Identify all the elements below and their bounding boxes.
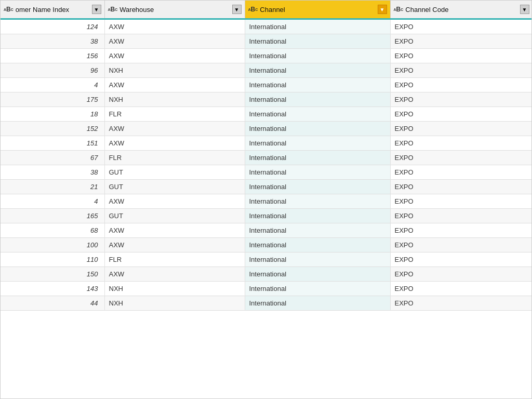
cell-index: 44 <box>1 296 104 311</box>
table-row: 67FLRInternationalEXPO <box>1 151 532 165</box>
cell-channel: International <box>245 122 390 136</box>
cell-channel: International <box>245 34 390 49</box>
table-row: 38AXWInternationalEXPO <box>1 34 532 49</box>
col-header-channel[interactable]: ABC Channel ▼ <box>245 1 390 19</box>
cell-channel: International <box>245 63 390 78</box>
cell-warehouse: NXH <box>104 296 245 311</box>
cell-index: 38 <box>1 165 104 180</box>
abc-icon-channel-code: ABC <box>394 6 404 13</box>
cell-channel-code: EXPO <box>390 180 532 194</box>
cell-channel-code: EXPO <box>390 107 532 122</box>
col-dropdown-warehouse[interactable]: ▼ <box>232 5 242 14</box>
cell-index: 18 <box>1 107 104 122</box>
cell-channel: International <box>245 282 390 296</box>
cell-channel-code: EXPO <box>390 194 532 209</box>
cell-index: 156 <box>1 49 104 63</box>
table-row: 152AXWInternationalEXPO <box>1 122 532 136</box>
cell-channel-code: EXPO <box>390 34 532 49</box>
cell-warehouse: NXH <box>104 282 245 296</box>
cell-warehouse: AXW <box>104 267 245 282</box>
cell-channel-code: EXPO <box>390 122 532 136</box>
table-header-row: ABC omer Name Index ▼ ABC Warehouse ▼ <box>1 1 532 19</box>
table-row: 4AXWInternationalEXPO <box>1 78 532 92</box>
cell-warehouse: NXH <box>104 92 245 107</box>
abc-icon-channel: ABC <box>248 6 258 13</box>
cell-channel-code: EXPO <box>390 165 532 180</box>
cell-channel: International <box>245 209 390 223</box>
col-header-warehouse[interactable]: ABC Warehouse ▼ <box>104 1 245 19</box>
cell-warehouse: AXW <box>104 122 245 136</box>
cell-warehouse: AXW <box>104 194 245 209</box>
cell-channel: International <box>245 296 390 311</box>
cell-warehouse: FLR <box>104 107 245 122</box>
cell-channel: International <box>245 180 390 194</box>
cell-index: 38 <box>1 34 104 49</box>
cell-warehouse: AXW <box>104 49 245 63</box>
cell-channel: International <box>245 238 390 252</box>
cell-channel-code: EXPO <box>390 78 532 92</box>
table-row: 21GUTInternationalEXPO <box>1 180 532 194</box>
cell-channel: International <box>245 19 390 34</box>
cell-channel: International <box>245 49 390 63</box>
table-row: 4AXWInternationalEXPO <box>1 194 532 209</box>
cell-channel-code: EXPO <box>390 49 532 63</box>
cell-index: 143 <box>1 282 104 296</box>
cell-warehouse: GUT <box>104 180 245 194</box>
cell-index: 151 <box>1 136 104 151</box>
table-row: 151AXWInternationalEXPO <box>1 136 532 151</box>
col-label-channel-code: Channel Code <box>405 6 448 14</box>
cell-index: 150 <box>1 267 104 282</box>
cell-channel-code: EXPO <box>390 63 532 78</box>
cell-channel-code: EXPO <box>390 282 532 296</box>
cell-channel: International <box>245 107 390 122</box>
cell-index: 4 <box>1 78 104 92</box>
cell-channel-code: EXPO <box>390 92 532 107</box>
cell-channel: International <box>245 165 390 180</box>
table-row: 38GUTInternationalEXPO <box>1 165 532 180</box>
table-row: 143NXHInternationalEXPO <box>1 282 532 296</box>
cell-channel: International <box>245 194 390 209</box>
cell-index: 175 <box>1 92 104 107</box>
cell-index: 152 <box>1 122 104 136</box>
table-row: 100AXWInternationalEXPO <box>1 238 532 252</box>
cell-index: 124 <box>1 19 104 34</box>
cell-index: 68 <box>1 223 104 238</box>
col-filter-channel[interactable]: ▼ <box>378 5 387 14</box>
cell-channel-code: EXPO <box>390 19 532 34</box>
col-dropdown-channel-code[interactable]: ▼ <box>520 5 529 14</box>
cell-warehouse: AXW <box>104 238 245 252</box>
abc-icon-warehouse: ABC <box>108 6 118 13</box>
cell-channel: International <box>245 136 390 151</box>
data-table: ABC omer Name Index ▼ ABC Warehouse ▼ <box>0 0 532 399</box>
cell-index: 21 <box>1 180 104 194</box>
table-row: 96NXHInternationalEXPO <box>1 63 532 78</box>
cell-channel-code: EXPO <box>390 209 532 223</box>
table-row: 165GUTInternationalEXPO <box>1 209 532 223</box>
cell-warehouse: AXW <box>104 34 245 49</box>
cell-warehouse: AXW <box>104 19 245 34</box>
cell-channel-code: EXPO <box>390 136 532 151</box>
abc-icon-index: ABC <box>4 6 14 13</box>
table-row: 150AXWInternationalEXPO <box>1 267 532 282</box>
table-row: 175NXHInternationalEXPO <box>1 92 532 107</box>
cell-channel: International <box>245 92 390 107</box>
cell-channel-code: EXPO <box>390 238 532 252</box>
cell-index: 67 <box>1 151 104 165</box>
table-row: 156AXWInternationalEXPO <box>1 49 532 63</box>
cell-index: 96 <box>1 63 104 78</box>
cell-channel-code: EXPO <box>390 223 532 238</box>
cell-warehouse: AXW <box>104 136 245 151</box>
col-header-index[interactable]: ABC omer Name Index ▼ <box>1 1 104 19</box>
cell-index: 110 <box>1 252 104 267</box>
col-dropdown-index[interactable]: ▼ <box>92 5 101 14</box>
table-row: 110FLRInternationalEXPO <box>1 252 532 267</box>
col-label-warehouse: Warehouse <box>119 6 154 14</box>
col-header-channel-code[interactable]: ABC Channel Code ▼ <box>390 1 532 19</box>
cell-index: 165 <box>1 209 104 223</box>
cell-channel-code: EXPO <box>390 151 532 165</box>
cell-warehouse: GUT <box>104 165 245 180</box>
cell-index: 4 <box>1 194 104 209</box>
cell-channel: International <box>245 223 390 238</box>
table-row: 44NXHInternationalEXPO <box>1 296 532 311</box>
table-row: 68AXWInternationalEXPO <box>1 223 532 238</box>
